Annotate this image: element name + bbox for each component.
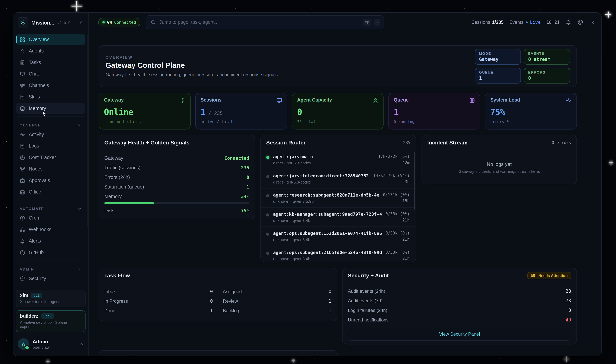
session-status-dot [266, 175, 269, 178]
clock-icon [20, 215, 25, 221]
stat-label: System Load [490, 97, 572, 103]
session-row[interactable]: agent:research:subagent:820a711e-db5b-4e… [261, 189, 416, 208]
sidebar-item-memory[interactable]: Memory [16, 103, 85, 114]
promo-card-xint[interactable]: xint CLI X power tools for agents. [16, 290, 85, 307]
sidebar: Mission... v2.0.0 Overview Agents Tasks [13, 13, 89, 356]
stat-card-system-load[interactable]: System Load 75% errors 0 [485, 93, 577, 130]
list-icon [469, 97, 475, 104]
stat-card-queue[interactable]: Queue 1 0 running [388, 93, 480, 130]
sidebar-promos: xint CLI X power tools for agents. build… [13, 290, 88, 335]
sidebar-divider [17, 117, 84, 117]
panel-title: Session Router [266, 140, 305, 146]
sidebar-item-chat[interactable]: Chat [16, 69, 85, 79]
session-status-dot [266, 213, 269, 217]
sidebar-section-automate[interactable]: AUTOMATE [16, 203, 85, 213]
gw-label: GW [107, 20, 112, 25]
view-security-panel-button[interactable]: View Security Panel [348, 328, 571, 341]
gateway-connected-badge[interactable]: GW Connected [98, 18, 140, 26]
sidebar-section-observe[interactable]: OBSERVE [16, 119, 85, 129]
security-row: Login failures (24h)0 [348, 305, 571, 315]
session-row[interactable]: agent:jarv:telegram:direct:328940762dire… [261, 169, 416, 189]
sidebar-item-office[interactable]: Office [16, 187, 85, 197]
main-content: OVERVIEW Gateway Control Plane Gateway-f… [89, 32, 602, 356]
stat-card-sessions[interactable]: Sessions 1 / 235 active / total [195, 93, 287, 130]
sidebar-item-label: Approvals [29, 178, 50, 183]
profile-org: openclaw [33, 345, 50, 350]
sidebar-item-webhooks[interactable]: Webhooks [16, 224, 85, 235]
sidebar-item-logs[interactable]: Logs [16, 141, 85, 151]
stat-value: 75% [490, 107, 572, 117]
sidebar-item-skills[interactable]: Skills [16, 91, 85, 102]
header-badges: MODE Gateway EVENTS 0 stream QUEUE 1 E [475, 49, 570, 83]
sidebar-section-admin[interactable]: ADMIN [16, 264, 85, 273]
kbd-slash: / [374, 19, 380, 26]
sessions-value: 1/235 [492, 20, 504, 25]
mouse-cursor [42, 110, 47, 117]
sidebar-item-label: Channels [29, 83, 49, 88]
session-list-scrollbar[interactable] [414, 152, 415, 209]
github-icon [20, 250, 25, 255]
session-row[interactable]: agent:ops:subagent:152d2061-e074-41fb-8e… [261, 227, 416, 246]
events-live-indicator[interactable]: Events Live [509, 20, 541, 25]
promo-name: builderz [20, 313, 38, 319]
session-row[interactable]: agent:kb-manager:subagent:9aed797e-723f-… [261, 208, 416, 227]
section-label: AUTOMATE [20, 207, 44, 211]
sidebar-item-alerts[interactable]: Alerts [16, 236, 85, 246]
sidebar-item-cron[interactable]: Cron [16, 213, 85, 223]
sidebar-collapse-chevron-left-icon[interactable] [78, 20, 84, 25]
sidebar-item-tasks[interactable]: Tasks [16, 57, 85, 68]
session-row[interactable]: agent:ops:subagent:21b5fd0e-524b-48f0-99… [261, 246, 416, 262]
user-profile[interactable]: A Admin openclaw [13, 335, 88, 356]
sidebar-item-channels[interactable]: Channels [16, 80, 85, 91]
star-sparkle [609, 161, 613, 165]
sidebar-scrollbar[interactable] [87, 35, 88, 226]
sidebar-item-label: Webhooks [29, 227, 51, 232]
sliders-icon [20, 83, 25, 88]
stat-value: 0 [297, 107, 378, 117]
gateway-transport-icon [179, 97, 186, 104]
chevron-down-icon [78, 207, 82, 211]
sidebar-item-overview[interactable]: Overview [16, 34, 85, 45]
app-name: Mission... [31, 20, 54, 26]
session-list: agent:jarv:maindirect · gpt-5.3-codex 17… [261, 150, 416, 262]
panels-row: Task Flow Inbox0 In Progress0 Done1 Assi… [99, 268, 577, 344]
session-row[interactable]: agent:jarv:maindirect · gpt-5.3-codex 17… [261, 150, 416, 169]
sessions-label: Sessions [472, 20, 490, 25]
shield-icon [20, 276, 25, 281]
task-flow-row: In Progress0 [104, 296, 213, 306]
sidebar-item-nodes[interactable]: Nodes [16, 164, 85, 174]
chevron-up-icon[interactable] [79, 342, 84, 347]
section-label: OBSERVE [20, 123, 41, 127]
stat-value: 1 / 235 [201, 107, 282, 117]
promo-card-builderz[interactable]: builderz .dev AI-native dev shop · Solan… [16, 310, 85, 332]
memory-progress-fill [104, 202, 154, 204]
task-flow-panel: Task Flow Inbox0 In Progress0 Done1 Assi… [99, 268, 337, 321]
task-flow-row: Review1 [223, 296, 331, 306]
global-search[interactable]: ⌘K / [146, 15, 384, 29]
notifications-bell-icon[interactable] [565, 19, 572, 25]
panel-title: Task Flow [104, 273, 130, 279]
pulse-icon [20, 132, 25, 137]
sidebar-item-activity[interactable]: Activity [16, 129, 85, 140]
sidebar-item-agents[interactable]: Agents [16, 46, 85, 56]
sidebar-item-security[interactable]: Security [16, 273, 85, 284]
sidebar-item-approvals[interactable]: Approvals [16, 175, 85, 186]
memory-progress-bar [104, 202, 249, 204]
mode-badge: MODE Gateway [475, 49, 521, 65]
sidebar-item-cost-tracker[interactable]: Cost Tracker [16, 152, 85, 163]
stat-label: Queue [394, 97, 475, 103]
health-row: Errors (24h)0 [104, 172, 249, 182]
sidebar-item-github[interactable]: GitHub [16, 247, 85, 258]
chevron-down-icon [78, 267, 82, 271]
stat-card-agent-capacity[interactable]: Agent Capacity 0 35 total [292, 93, 384, 130]
panel-collapse-chevron-left-icon[interactable] [591, 20, 596, 25]
health-row: Disk75% [104, 206, 249, 215]
task-flow-row: Done1 [104, 306, 213, 315]
stat-card-gateway[interactable]: Gateway Online transport status [99, 93, 191, 130]
badge-value: 0 stream [528, 56, 566, 62]
search-input[interactable] [159, 19, 360, 25]
nodes-icon [20, 166, 25, 172]
feedback-smiley-icon[interactable] [577, 19, 583, 25]
session-status-dot [266, 194, 269, 197]
task-flow-col2: Assigned0 Review1 Backlog1 [223, 286, 331, 315]
